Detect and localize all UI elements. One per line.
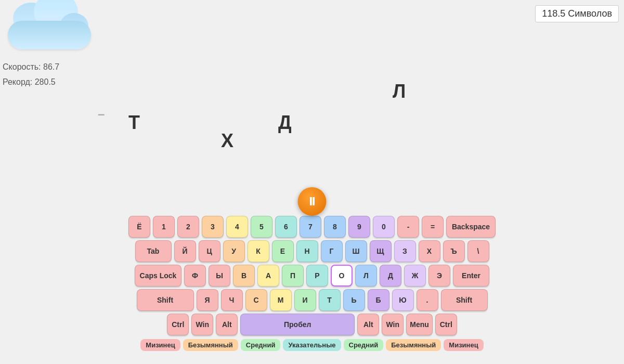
key-8[interactable]: 8 [324, 216, 346, 238]
key-ctrl-left[interactable]: Ctrl [167, 314, 189, 335]
key-win-left[interactable]: Win [191, 314, 213, 335]
key-row-2: Tab Й Ц У К Е Н Г Ш Щ З Х Ъ \ [135, 240, 489, 262]
finger-label-pinky-left: Мизинец [140, 339, 180, 351]
key-j[interactable]: Й [174, 240, 196, 262]
falling-letter: X [221, 130, 233, 152]
key-hard[interactable]: Ъ [443, 240, 465, 262]
finger-legend: Мизинец Безымянный Средний Указательные … [140, 339, 483, 351]
key-4[interactable]: 4 [226, 216, 248, 238]
key-k[interactable]: К [248, 240, 269, 262]
key-soft[interactable]: Ь [343, 289, 365, 311]
key-ch[interactable]: Ч [221, 289, 243, 311]
finger-label-middle-right: Средний [344, 339, 384, 351]
key-shift-right[interactable]: Shift [441, 289, 488, 311]
key-space[interactable]: Пробел [240, 314, 355, 335]
key-y[interactable]: Ы [209, 265, 230, 287]
key-c[interactable]: Ц [199, 240, 220, 262]
key-e[interactable]: Е [272, 240, 294, 262]
cloud-decoration [0, 0, 114, 57]
key-3[interactable]: 3 [202, 216, 224, 238]
key-u[interactable]: У [223, 240, 245, 262]
finger-label-ring-right: Безымянный [386, 339, 441, 351]
key-ctrl-right[interactable]: Ctrl [435, 314, 457, 335]
key-g[interactable]: Г [321, 240, 343, 262]
keyboard: Ё 1 2 3 4 5 6 7 8 9 0 - = Backspace Tab … [128, 216, 496, 351]
key-v[interactable]: В [233, 265, 255, 287]
falling-letter: Л [393, 81, 406, 102]
stats-panel: Скорость: 86.7 Рекорд: 280.5 [3, 60, 59, 90]
key-menu[interactable]: Menu [406, 314, 433, 335]
key-row-4: Shift Я Ч С М И Т Ь Б Ю . Shift [137, 289, 488, 311]
finger-label-ring-left: Безымянный [183, 339, 238, 351]
key-alt-right[interactable]: Alt [357, 314, 379, 335]
key-alt-left[interactable]: Alt [216, 314, 238, 335]
record-stat: Рекорд: 280.5 [3, 75, 59, 90]
key-9[interactable]: 9 [348, 216, 370, 238]
key-enter[interactable]: Enter [453, 265, 489, 287]
key-win-right[interactable]: Win [382, 314, 404, 335]
key-o[interactable]: О [331, 265, 353, 287]
key-2[interactable]: 2 [177, 216, 199, 238]
key-dot[interactable]: . [417, 289, 438, 311]
falling-letter: Т [128, 112, 140, 134]
key-sh[interactable]: Ш [345, 240, 367, 262]
pause-button[interactable]: ⏸ [298, 187, 327, 216]
key-yo[interactable]: Ё [128, 216, 150, 238]
key-t[interactable]: Т [319, 289, 341, 311]
key-h[interactable]: Х [419, 240, 440, 262]
key-l[interactable]: Л [355, 265, 377, 287]
finger-label-index: Указательные [283, 339, 341, 351]
key-7[interactable]: 7 [300, 216, 321, 238]
key-5[interactable]: 5 [251, 216, 272, 238]
finger-label-middle-left: Средний [241, 339, 281, 351]
key-i[interactable]: И [294, 289, 316, 311]
key-1[interactable]: 1 [153, 216, 175, 238]
falling-letter: – [98, 107, 105, 121]
key-backslash[interactable]: \ [467, 240, 489, 262]
key-0[interactable]: 0 [373, 216, 395, 238]
key-equals[interactable]: = [422, 216, 444, 238]
key-row-5: Ctrl Win Alt Пробел Alt Win Menu Ctrl [167, 314, 457, 335]
key-minus[interactable]: - [397, 216, 419, 238]
key-caps-lock[interactable]: Caps Lock [135, 265, 181, 287]
key-ya[interactable]: Я [197, 289, 218, 311]
pause-icon: ⏸ [306, 196, 318, 207]
key-a[interactable]: А [257, 265, 279, 287]
key-row-1: Ё 1 2 3 4 5 6 7 8 9 0 - = Backspace [128, 216, 496, 238]
key-s[interactable]: С [245, 289, 267, 311]
key-shift-left[interactable]: Shift [137, 289, 194, 311]
key-d[interactable]: Д [380, 265, 401, 287]
key-6[interactable]: 6 [275, 216, 297, 238]
key-z[interactable]: З [394, 240, 416, 262]
key-zh[interactable]: Ж [404, 265, 426, 287]
key-yu[interactable]: Ю [392, 289, 414, 311]
key-backspace[interactable]: Backspace [446, 216, 496, 238]
score-box: 118.5 Символов [535, 5, 619, 22]
falling-letter: Д [278, 112, 292, 134]
key-tab[interactable]: Tab [135, 240, 172, 262]
key-n[interactable]: Н [296, 240, 318, 262]
key-m[interactable]: М [270, 289, 292, 311]
speed-stat: Скорость: 86.7 [3, 60, 59, 75]
finger-label-pinky-right: Мизинец [444, 339, 483, 351]
key-b[interactable]: Б [368, 289, 389, 311]
key-p[interactable]: П [282, 265, 304, 287]
key-f[interactable]: Ф [184, 265, 206, 287]
key-shch[interactable]: Щ [370, 240, 392, 262]
key-r[interactable]: Р [306, 265, 328, 287]
key-e2[interactable]: Э [428, 265, 450, 287]
key-row-3: Caps Lock Ф Ы В А П Р О Л Д Ж Э Enter [135, 265, 489, 287]
